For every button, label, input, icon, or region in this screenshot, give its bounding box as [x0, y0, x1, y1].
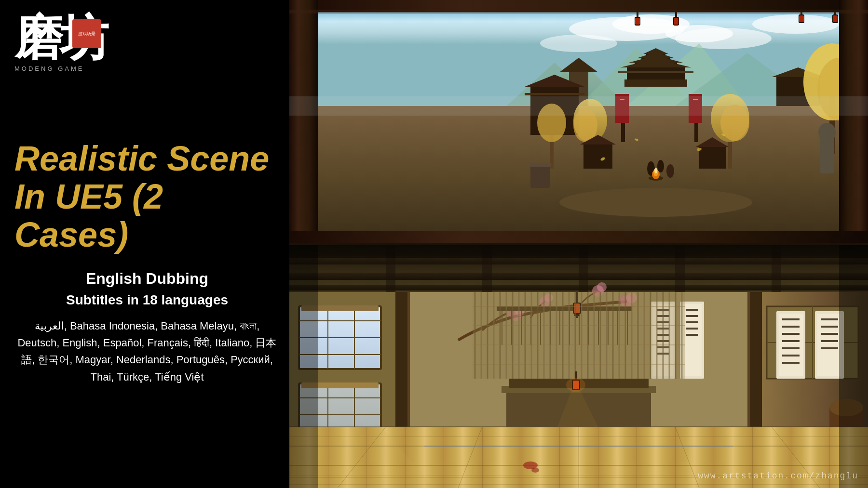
svg-rect-188	[821, 340, 838, 342]
svg-rect-84	[699, 147, 726, 169]
svg-rect-148	[686, 334, 698, 336]
languages-list: العربية, Bahasa Indonesia, Bahasa Melayu…	[14, 317, 280, 385]
logo-seal: 游戏场景	[72, 19, 101, 48]
svg-point-128	[597, 282, 607, 292]
svg-rect-178	[782, 333, 800, 335]
svg-point-79	[818, 123, 836, 142]
svg-rect-181	[782, 355, 800, 356]
svg-rect-77	[289, 10, 868, 13]
svg-rect-143	[682, 304, 702, 376]
svg-rect-176	[782, 318, 800, 320]
svg-rect-175	[779, 314, 803, 376]
title-line2: In UE5 (2 Cases)	[14, 178, 280, 254]
top-screenshot	[289, 0, 868, 244]
main-title: Realistic Scene In UE5 (2 Cases)	[14, 140, 280, 254]
svg-rect-81	[529, 163, 551, 167]
svg-rect-261	[289, 244, 318, 488]
svg-rect-186	[821, 326, 838, 328]
svg-rect-26	[627, 67, 685, 79]
svg-rect-29	[624, 79, 687, 87]
svg-rect-147	[686, 328, 698, 330]
svg-rect-182	[782, 362, 800, 364]
svg-rect-86	[289, 96, 868, 116]
svg-rect-179	[782, 340, 800, 342]
logo-seal-text: 游戏场景	[78, 31, 95, 37]
svg-rect-28	[618, 71, 693, 73]
title-container: Realistic Scene In UE5 (2 Cases)	[14, 140, 280, 254]
bottom-screenshot	[289, 244, 868, 488]
svg-rect-76	[289, 231, 868, 244]
svg-rect-63	[635, 18, 640, 25]
svg-rect-74	[289, 0, 318, 244]
svg-rect-146	[686, 321, 698, 323]
top-scene-svg	[289, 0, 868, 244]
svg-rect-177	[782, 326, 800, 328]
svg-point-202	[531, 468, 539, 473]
svg-rect-66	[674, 18, 678, 25]
svg-rect-187	[821, 333, 838, 335]
svg-rect-69	[799, 15, 804, 22]
svg-point-44	[657, 160, 664, 172]
right-panel	[289, 0, 868, 488]
svg-point-36	[559, 188, 752, 217]
title-line1: Realistic Scene	[14, 140, 280, 178]
svg-point-5	[752, 14, 839, 34]
svg-rect-213	[473, 292, 685, 379]
svg-rect-144	[686, 309, 698, 311]
svg-point-6	[540, 35, 617, 52]
screenshot-divider	[289, 243, 868, 245]
logo-container: 磨坊 游戏场景 MODENG GAME	[14, 14, 106, 72]
main-container: 磨坊 游戏场景 MODENG GAME Realistic Scene In U…	[0, 0, 868, 488]
svg-rect-75	[839, 0, 868, 244]
svg-point-49	[654, 168, 657, 173]
subtitles-label: Subtitles in 18 languages	[14, 292, 280, 308]
svg-rect-189	[821, 347, 838, 349]
svg-rect-180	[782, 347, 800, 349]
svg-rect-263	[289, 244, 868, 258]
bottom-scene-svg	[289, 244, 868, 488]
logo-brand: MODENG GAME	[14, 65, 106, 72]
watermark: www.artstation.com/zhanglu	[698, 471, 858, 481]
info-container: English Dubbing Subtitles in 18 language…	[14, 270, 280, 385]
svg-rect-145	[686, 315, 698, 317]
svg-rect-72	[833, 15, 838, 22]
svg-rect-185	[821, 318, 838, 320]
svg-rect-80	[530, 164, 550, 188]
svg-rect-82	[583, 145, 612, 169]
svg-point-45	[666, 164, 674, 178]
svg-rect-35	[525, 93, 584, 95]
english-dubbing-label: English Dubbing	[14, 270, 280, 288]
svg-rect-184	[817, 314, 841, 376]
svg-rect-262	[839, 244, 868, 488]
svg-point-4	[665, 25, 733, 42]
